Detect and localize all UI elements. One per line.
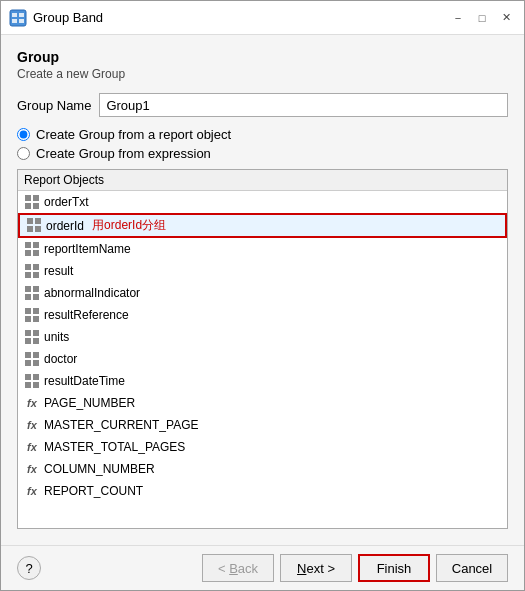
title-bar: Group Band − □ ✕: [1, 1, 524, 35]
item-label: orderId: [46, 219, 84, 233]
fx-icon: fx: [24, 418, 40, 432]
fx-icon: fx: [24, 462, 40, 476]
svg-rect-2: [19, 13, 24, 17]
list-item[interactable]: resultReference: [18, 304, 507, 326]
next-label: Next >: [297, 561, 335, 576]
next-button[interactable]: Next >: [280, 554, 352, 582]
window-title: Group Band: [33, 10, 448, 25]
group-name-input[interactable]: [99, 93, 508, 117]
back-label: < Back: [218, 561, 258, 576]
radio-from-object-label: Create Group from a report object: [36, 127, 231, 142]
grid-icon: [24, 242, 40, 256]
grid-icon: [24, 286, 40, 300]
list-item[interactable]: reportItemName: [18, 238, 507, 260]
list-item[interactable]: fx PAGE_NUMBER: [18, 392, 507, 414]
section-title: Group: [17, 49, 508, 65]
item-label: abnormalIndicator: [44, 286, 140, 300]
minimize-button[interactable]: −: [448, 8, 468, 28]
close-button[interactable]: ✕: [496, 8, 516, 28]
radio-group: Create Group from a report object Create…: [17, 127, 508, 161]
fx-icon: fx: [24, 396, 40, 410]
item-label: reportItemName: [44, 242, 131, 256]
fx-icon: fx: [24, 440, 40, 454]
list-item[interactable]: fx COLUMN_NUMBER: [18, 458, 507, 480]
annotation-text: 用orderId分组: [92, 217, 166, 234]
cancel-button[interactable]: Cancel: [436, 554, 508, 582]
list-header: Report Objects: [18, 170, 507, 191]
list-item[interactable]: resultDateTime: [18, 370, 507, 392]
help-button[interactable]: ?: [17, 556, 41, 580]
finish-button[interactable]: Finish: [358, 554, 430, 582]
item-label: doctor: [44, 352, 77, 366]
item-label: MASTER_CURRENT_PAGE: [44, 418, 198, 432]
fx-icon: fx: [24, 484, 40, 498]
grid-icon: [24, 308, 40, 322]
report-objects-list: Report Objects orderTxt orderId 用orderId…: [17, 169, 508, 529]
grid-icon: [24, 374, 40, 388]
svg-rect-0: [10, 10, 26, 26]
group-name-label: Group Name: [17, 98, 91, 113]
svg-rect-1: [12, 13, 17, 17]
grid-icon: [26, 219, 42, 233]
item-label: PAGE_NUMBER: [44, 396, 135, 410]
item-label: resultDateTime: [44, 374, 125, 388]
list-item[interactable]: units: [18, 326, 507, 348]
item-label: resultReference: [44, 308, 129, 322]
list-item[interactable]: result: [18, 260, 507, 282]
back-button[interactable]: < Back: [202, 554, 274, 582]
main-content: Group Create a new Group Group Name Crea…: [1, 35, 524, 545]
list-item[interactable]: abnormalIndicator: [18, 282, 507, 304]
grid-icon: [24, 264, 40, 278]
list-item[interactable]: doctor: [18, 348, 507, 370]
grid-icon: [24, 330, 40, 344]
radio-from-object-input[interactable]: [17, 128, 30, 141]
list-item[interactable]: fx REPORT_COUNT: [18, 480, 507, 502]
group-name-row: Group Name: [17, 93, 508, 117]
grid-icon: [24, 195, 40, 209]
footer: ? < Back Next > Finish Cancel: [1, 545, 524, 590]
item-label: result: [44, 264, 73, 278]
item-label: REPORT_COUNT: [44, 484, 143, 498]
item-label: units: [44, 330, 69, 344]
radio-from-expression[interactable]: Create Group from expression: [17, 146, 508, 161]
cancel-label: Cancel: [452, 561, 492, 576]
radio-from-expression-input[interactable]: [17, 147, 30, 160]
finish-label: Finish: [377, 561, 412, 576]
item-label: COLUMN_NUMBER: [44, 462, 155, 476]
group-band-window: Group Band − □ ✕ Group Create a new Grou…: [0, 0, 525, 591]
radio-from-object[interactable]: Create Group from a report object: [17, 127, 508, 142]
svg-rect-4: [19, 19, 24, 23]
list-body[interactable]: orderTxt orderId 用orderId分组 reportItemNa…: [18, 191, 507, 528]
grid-icon: [24, 352, 40, 366]
section-subtitle: Create a new Group: [17, 67, 508, 81]
app-icon: [9, 9, 27, 27]
list-item[interactable]: fx MASTER_CURRENT_PAGE: [18, 414, 507, 436]
radio-from-expression-label: Create Group from expression: [36, 146, 211, 161]
item-label: orderTxt: [44, 195, 89, 209]
svg-rect-3: [12, 19, 17, 23]
list-item[interactable]: orderTxt: [18, 191, 507, 213]
window-controls: − □ ✕: [448, 8, 516, 28]
list-item[interactable]: fx MASTER_TOTAL_PAGES: [18, 436, 507, 458]
item-label: MASTER_TOTAL_PAGES: [44, 440, 185, 454]
maximize-button[interactable]: □: [472, 8, 492, 28]
list-item-selected[interactable]: orderId 用orderId分组: [18, 213, 507, 238]
